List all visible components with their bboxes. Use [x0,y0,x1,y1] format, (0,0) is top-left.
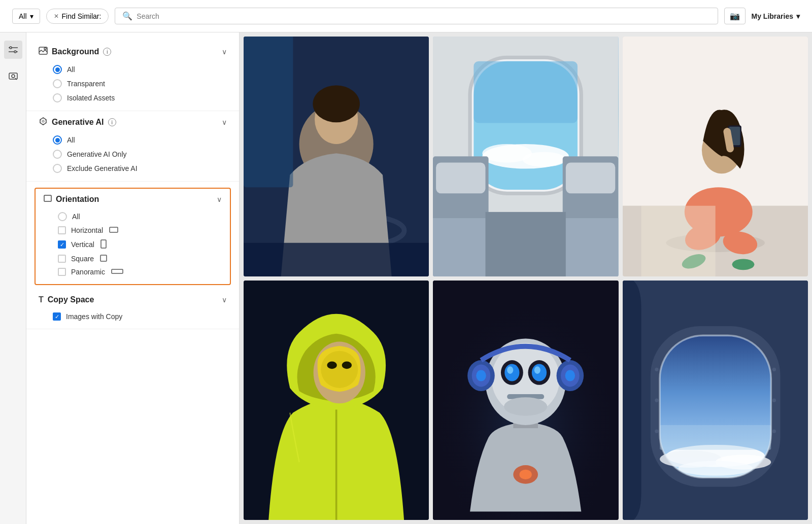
main-layout: Background i ∨ All Transparent [0,32,812,524]
background-chevron-icon[interactable]: ∨ [222,48,227,56]
svg-point-0 [10,47,12,49]
svg-point-54 [342,361,352,369]
copy-space-section-header[interactable]: T Copy Space ∨ [39,295,227,304]
background-transparent-radio[interactable] [53,79,62,88]
svg-rect-21 [244,243,429,276]
svg-point-28 [523,152,566,167]
svg-point-48 [732,259,754,270]
gen-ai-exclude-radio[interactable] [53,164,62,173]
svg-point-68 [504,397,547,416]
generative-ai-section-header[interactable]: Generative AI i ∨ [39,117,227,127]
background-section-header[interactable]: Background i ∨ [39,47,227,57]
svg-point-52 [321,351,358,388]
image-card[interactable] [433,37,618,276]
svg-point-7 [12,75,15,78]
svg-rect-85 [660,425,771,449]
search-icon: 🔍 [122,11,132,21]
svg-point-84 [678,461,752,475]
background-all-radio[interactable] [53,65,62,74]
background-isolated-radio[interactable] [53,93,62,102]
generative-ai-chevron-icon[interactable]: ∨ [222,118,227,126]
svg-point-74 [565,370,575,381]
orientation-filter-section: Orientation ∨ All Horizontal [35,188,231,285]
gen-ai-only-radio[interactable] [53,150,62,159]
orientation-section-header[interactable]: Orientation ∨ [44,195,222,204]
svg-point-76 [520,469,532,479]
svg-rect-22 [244,37,293,187]
find-similar-label: Find Similar: [62,12,101,20]
background-all-option[interactable]: All [53,65,227,74]
orientation-panoramic-checkbox[interactable] [58,268,66,276]
horizontal-orient-icon [109,227,118,234]
image-card[interactable] [244,281,429,520]
square-orient-icon [100,255,107,263]
orientation-square-option[interactable]: Square [58,255,222,263]
search-input[interactable] [137,12,710,20]
topbar: All ▾ ✕ Find Similar: 🔍 📷 My Libraries ▾ [0,0,812,32]
background-transparent-option[interactable]: Transparent [53,79,227,88]
gen-ai-only-option[interactable]: Generative AI Only [53,150,227,159]
orientation-title: Orientation [56,195,99,204]
visual-search-button[interactable]: 📷 [724,8,746,24]
option-label: Panoramic [71,268,105,276]
close-icon[interactable]: ✕ [54,13,59,20]
copy-space-chevron-icon[interactable]: ∨ [222,296,227,304]
svg-rect-12 [110,227,118,232]
generative-ai-info-icon[interactable]: i [108,118,116,126]
option-label: Transparent [67,80,105,88]
generative-ai-title: Generative AI [52,118,104,127]
option-label: Horizontal [71,226,103,234]
sidebar-icons [0,32,26,524]
filter-sidebar-button[interactable] [4,41,22,59]
svg-rect-15 [112,269,123,273]
generative-ai-icon [39,117,48,127]
svg-point-53 [327,361,336,369]
images-with-copy-checkbox[interactable]: ✓ [53,312,61,321]
image-card[interactable] [244,37,429,276]
image-card[interactable] [623,281,808,520]
content-type-dropdown[interactable]: All ▾ [12,9,40,24]
svg-point-20 [313,85,360,122]
svg-rect-35 [566,162,615,193]
svg-point-3 [14,51,16,53]
image-card[interactable] [433,281,618,520]
image-card[interactable] [623,37,808,276]
svg-rect-6 [9,73,17,79]
orientation-chevron-icon[interactable]: ∨ [217,195,222,203]
svg-point-91 [772,398,775,402]
search-bar: 🔍 [115,8,718,24]
camera-icon: 📷 [730,12,740,20]
svg-rect-29 [474,61,578,123]
orientation-all-radio[interactable] [58,212,67,221]
option-label: Images with Copy [66,312,122,321]
my-libraries-button[interactable]: My Libraries ▾ [752,12,800,20]
copy-space-icon: T [39,295,44,304]
background-icon [39,47,48,57]
orientation-panoramic-option[interactable]: Panoramic [58,268,222,276]
orientation-horizontal-checkbox[interactable] [58,226,66,234]
orientation-all-option[interactable]: All [58,212,222,221]
gen-ai-all-radio[interactable] [53,135,62,145]
orientation-square-checkbox[interactable] [58,255,66,263]
images-with-copy-option[interactable]: ✓ Images with Copy [53,312,227,321]
background-filter-section: Background i ∨ All Transparent [26,41,239,111]
find-similar-button[interactable]: ✕ Find Similar: [46,9,109,24]
visual-search-sidebar-button[interactable] [4,67,22,85]
orientation-vertical-checkbox[interactable]: ✓ [58,240,66,249]
svg-rect-49 [641,206,715,276]
gen-ai-all-option[interactable]: All [53,135,227,145]
content-area [240,32,812,524]
dropdown-label: All [19,12,27,20]
orientation-vertical-option[interactable]: ✓ Vertical [58,239,222,250]
background-isolated-option[interactable]: Isolated Assets [53,93,227,102]
svg-point-66 [534,366,540,374]
orientation-horizontal-option[interactable]: Horizontal [58,226,222,234]
chevron-down-icon: ▾ [30,12,33,20]
image-grid [240,32,812,524]
copy-space-options: ✓ Images with Copy [39,310,227,325]
background-info-icon[interactable]: i [103,48,111,56]
gen-ai-exclude-option[interactable]: Exclude Generative AI [53,164,227,173]
svg-rect-33 [486,212,566,276]
option-label: Generative AI Only [67,150,127,158]
vertical-orient-icon [100,239,107,250]
